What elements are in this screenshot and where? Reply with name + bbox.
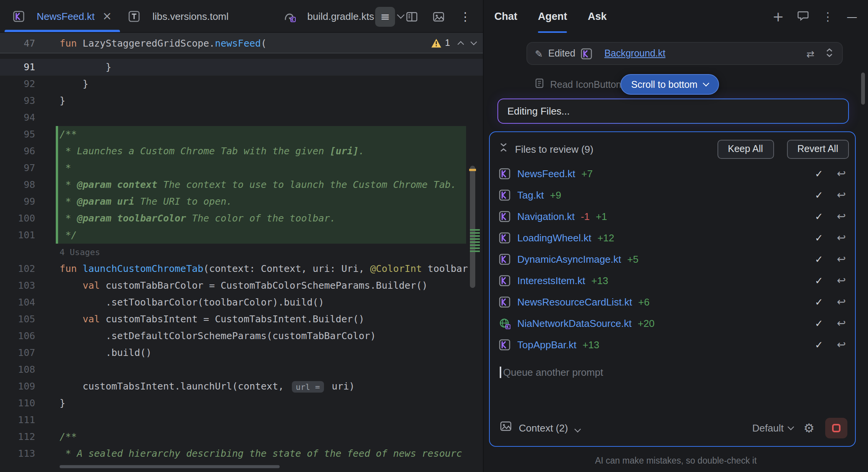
accept-file-icon[interactable]: ✓ [815, 339, 823, 350]
gear-icon[interactable]: ⚙ [803, 420, 815, 435]
ai-disclaimer: AI can make mistakes, so double-check it [484, 456, 868, 465]
code-line-row: 112/** [0, 428, 483, 445]
close-tab-icon[interactable]: × [102, 10, 112, 22]
new-chat-icon[interactable]: + [772, 10, 784, 23]
revert-file-icon[interactable]: ↩ [837, 317, 846, 329]
code-line[interactable]: /** [60, 428, 77, 445]
file-row[interactable]: InterestsItem.kt +13 ✓ ↩ [490, 270, 855, 291]
file-row[interactable]: NewsFeed.kt +7 ✓ ↩ [490, 163, 855, 184]
file-link[interactable]: NewsFeed.kt [517, 168, 575, 179]
code-line[interactable]: customTabsIntent.launchUrl(context, url … [60, 378, 355, 395]
hide-panel-icon[interactable]: — [847, 10, 857, 23]
accept-file-icon[interactable]: ✓ [815, 210, 823, 222]
vertical-scrollbar[interactable] [470, 166, 475, 288]
read-step-row[interactable]: Read IconButton. [534, 78, 624, 91]
code-line[interactable]: .build() [60, 344, 152, 361]
file-link[interactable]: TopAppBar.kt [517, 339, 577, 350]
editor-more-icon[interactable]: ⋮ [455, 6, 475, 26]
code-line[interactable]: * @param context The context to use to l… [60, 176, 457, 193]
revert-file-icon[interactable]: ↩ [837, 338, 846, 351]
code-line[interactable]: .setToolbarColor(toolbarColor).build() [60, 294, 324, 311]
context-selector[interactable]: Context (2) [519, 422, 580, 433]
keep-all-button[interactable]: Keep All [717, 139, 774, 158]
revert-file-icon[interactable]: ↩ [837, 167, 846, 179]
sticky-header-line[interactable]: 47 fun LazyStaggeredGridScope.newsFeed( … [0, 33, 483, 53]
revert-file-icon[interactable]: ↩ [837, 274, 846, 286]
chat-scrollbar[interactable] [861, 73, 865, 105]
tab-chat[interactable]: Chat [494, 0, 517, 33]
code-area[interactable]: 91 }92 }93}9495/**96 * Launches a Custom… [0, 53, 483, 462]
code-line[interactable]: } [60, 395, 65, 412]
revert-file-icon[interactable]: ↩ [837, 231, 846, 244]
accept-file-icon[interactable]: ✓ [815, 232, 823, 243]
file-row[interactable]: Navigation.kt -1 +1 ✓ ↩ [490, 205, 855, 227]
file-row[interactable]: LoadingWheel.kt +12 ✓ ↩ [490, 227, 855, 248]
collapse-icon[interactable] [498, 142, 509, 156]
file-row[interactable]: DynamicAsyncImage.kt +5 ✓ ↩ [490, 248, 855, 270]
revert-file-icon[interactable]: ↩ [837, 189, 846, 201]
edited-file-link[interactable]: Background.kt [604, 48, 666, 59]
file-link[interactable]: NewsResourceCardList.kt [517, 296, 632, 307]
code-line[interactable]: } [60, 59, 111, 76]
scroll-to-bottom-button[interactable]: Scroll to bottom [620, 74, 719, 95]
chat-history-icon[interactable] [797, 9, 809, 24]
stop-button[interactable] [825, 417, 847, 438]
kotlin-file-icon [499, 189, 512, 200]
usages-inlay-hint[interactable]: 4 Usages [60, 247, 100, 257]
code-line[interactable]: * [60, 160, 71, 176]
file-row[interactable]: NiaNetworkDataSource.kt +20 ✓ ↩ [490, 312, 855, 334]
accept-file-icon[interactable]: ✓ [815, 189, 823, 200]
file-link[interactable]: NiaNetworkDataSource.kt [517, 317, 632, 329]
expand-icon[interactable] [824, 47, 834, 60]
screenshot-icon[interactable] [429, 6, 449, 26]
attach-image-icon[interactable] [500, 420, 512, 435]
horizontal-scrollbar[interactable] [60, 465, 280, 468]
prev-issue-icon[interactable] [458, 41, 464, 47]
code-line[interactable]: val customTabBarColor = CustomTabColorSc… [60, 277, 428, 294]
model-selector[interactable]: Default [752, 422, 793, 433]
tab-ask[interactable]: Ask [588, 0, 607, 33]
file-link[interactable]: DynamicAsyncImage.kt [517, 253, 621, 265]
editor-pane: NewsFeed.kt × libs.versions.toml build.g… [0, 0, 483, 472]
chat-more-icon[interactable]: ⋮ [822, 10, 834, 23]
split-editor-icon[interactable] [402, 6, 422, 26]
file-link[interactable]: InterestsItem.kt [517, 275, 585, 286]
tab-agent[interactable]: Agent [538, 0, 567, 33]
code-line[interactable]: } [60, 76, 88, 92]
file-link[interactable]: LoadingWheel.kt [517, 232, 591, 243]
code-line[interactable]: .setDefaultColorSchemeParams(customTabBa… [60, 328, 376, 344]
accept-file-icon[interactable]: ✓ [815, 296, 823, 307]
warning-badge[interactable]: 1 [431, 37, 450, 48]
edited-file-card[interactable]: ✎ Edited Background.kt ⇄ [526, 42, 843, 65]
file-row[interactable]: TopAppBar.kt +13 ✓ ↩ [490, 334, 855, 355]
code-line[interactable]: * @param toolbarColor The color of the t… [60, 210, 336, 227]
file-link[interactable]: Navigation.kt [517, 210, 575, 222]
file-link[interactable]: Tag.kt [517, 189, 544, 200]
code-line[interactable]: } [60, 92, 65, 109]
next-issue-icon[interactable] [471, 39, 477, 45]
code-line[interactable]: * A sealed hierarchy describing the stat… [60, 445, 462, 462]
revert-file-icon[interactable]: ↩ [837, 296, 846, 308]
accept-file-icon[interactable]: ✓ [815, 253, 823, 265]
code-line[interactable]: val customTabsIntent = CustomTabsIntent.… [60, 311, 364, 328]
code-line[interactable]: * @param uri The URI to open. [60, 193, 232, 210]
accept-file-icon[interactable]: ✓ [815, 317, 823, 329]
file-row[interactable]: NewsResourceCardList.kt +6 ✓ ↩ [490, 291, 855, 312]
editor-list-view-icon[interactable]: ≡ [375, 6, 395, 26]
revert-file-icon[interactable]: ↩ [837, 253, 846, 265]
code-line[interactable]: */ [60, 227, 77, 244]
prompt-input[interactable]: Queue another prompt [490, 355, 855, 411]
revert-file-icon[interactable]: ↩ [837, 210, 846, 222]
tab-newsfeed[interactable]: NewsFeed.kt × [5, 0, 120, 32]
file-row[interactable]: Tag.kt +9 ✓ ↩ [490, 184, 855, 205]
editor-toolbar-actions: ≡ ⋮ [375, 0, 475, 33]
code-line[interactable]: fun launchCustomChromeTab(context: Conte… [60, 260, 468, 277]
tab-libs-versions[interactable]: libs.versions.toml [120, 0, 237, 32]
diff-compare-icon[interactable]: ⇄ [806, 48, 815, 59]
code-line[interactable]: /** [60, 126, 77, 143]
code-line[interactable]: 4 Usages [60, 244, 100, 260]
revert-all-button[interactable]: Revert All [787, 139, 849, 158]
accept-file-icon[interactable]: ✓ [815, 168, 823, 179]
accept-file-icon[interactable]: ✓ [815, 275, 823, 286]
code-line[interactable]: * Launches a Custom Chrome Tab with the … [60, 143, 364, 160]
